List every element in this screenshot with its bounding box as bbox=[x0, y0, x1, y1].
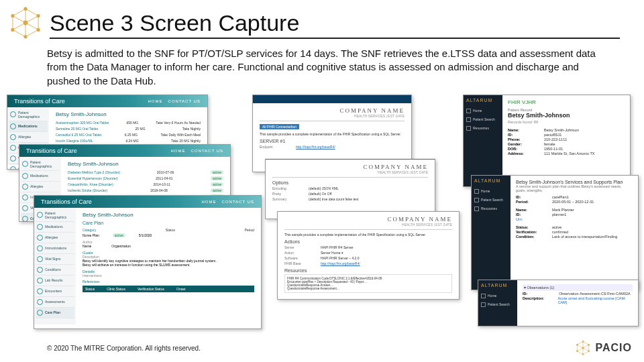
svg-point-6 bbox=[36, 28, 40, 32]
svg-point-5 bbox=[36, 14, 40, 17]
svg-point-8 bbox=[11, 28, 14, 32]
svg-point-7 bbox=[23, 35, 27, 38]
fhir-screenshot-options: COMPANY NAME HEALTH SERVICES | EST. DATE… bbox=[265, 159, 435, 219]
altarum-brand: ALTARUM bbox=[466, 98, 500, 103]
screenshot-collage: Transitions of Care HOME CONTACT US Pati… bbox=[0, 95, 644, 336]
toc-screenshot-careplan: Transitions of Care HOME CONTACT US Pati… bbox=[34, 195, 262, 329]
toc-app-title: Transitions of Care bbox=[14, 98, 65, 105]
svg-point-4 bbox=[23, 7, 27, 11]
altarum-screenshot-patient: ALTARUM Home Patient Search Resources FH… bbox=[463, 95, 631, 187]
svg-point-9 bbox=[11, 14, 14, 17]
altarum-screenshot-careplan: ALTARUM Home Patient Search Resources Be… bbox=[471, 175, 639, 290]
pacio-footer-brand: PACIO bbox=[574, 339, 632, 357]
svg-point-10 bbox=[23, 21, 28, 25]
svg-point-21 bbox=[582, 347, 584, 349]
svg-point-17 bbox=[588, 350, 590, 352]
pacio-logo-icon bbox=[8, 5, 43, 43]
copyright-text: © 2020 The MITRE Corporation. All rights… bbox=[47, 345, 201, 352]
svg-point-18 bbox=[582, 353, 584, 355]
svg-point-20 bbox=[576, 344, 578, 346]
description-paragraph: Betsy is admitted to the SNF for PT/OT/S… bbox=[0, 43, 644, 95]
page-title: Scene 3 Screen Capture bbox=[50, 10, 620, 39]
fhir-company-name: COMPANY NAME bbox=[260, 107, 405, 114]
svg-point-16 bbox=[588, 344, 590, 346]
svg-point-15 bbox=[582, 341, 584, 343]
altarum-screenshot-observations: ALTARUM Home Patient Search ▾ Observatio… bbox=[478, 280, 639, 326]
toc-patient-name: Betsy Smith-Johnson bbox=[56, 111, 201, 117]
fhir-screenshot-resources: COMPANY NAME HEALTH SERVICES | EST. DATE… bbox=[277, 211, 460, 300]
svg-point-19 bbox=[576, 350, 578, 352]
